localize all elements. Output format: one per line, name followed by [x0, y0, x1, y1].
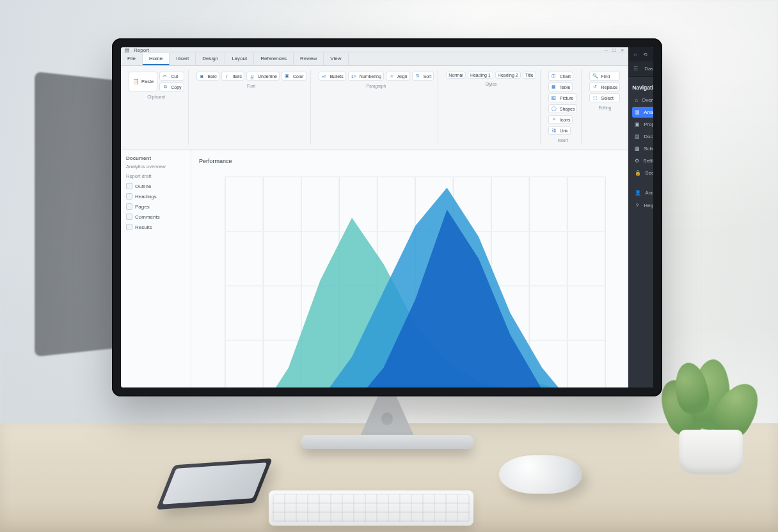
color-icon: ▣	[284, 73, 290, 79]
sidebar-item-help[interactable]: ？Help	[632, 199, 653, 212]
sidebar-item-analytics[interactable]: ▥Analytics3	[632, 107, 653, 118]
nav-dashboard[interactable]: Dashboard	[644, 66, 653, 72]
sidebar-item-account[interactable]: 👤Account	[632, 187, 653, 198]
numbering-label: Numbering	[360, 74, 381, 79]
sidebar-item-settings[interactable]: ⚙Settings1	[632, 155, 653, 166]
underline-icon: U	[249, 73, 255, 79]
document-side-panel: Document Analytics overview Report draft…	[121, 150, 191, 387]
numbering-button[interactable]: 1≡Numbering	[348, 72, 384, 81]
menu-icon[interactable]: ☰	[633, 66, 638, 72]
side-field-2[interactable]: Pages	[126, 203, 186, 210]
bold-button[interactable]: BBold	[196, 72, 219, 81]
sort-button[interactable]: ⇅Sort	[412, 72, 434, 81]
sidebar-item-security[interactable]: 🔒Security	[632, 168, 653, 178]
monitor-base	[301, 435, 473, 449]
square-icon	[126, 183, 132, 189]
underline-label: Underline	[258, 74, 277, 79]
tab-view[interactable]: View	[324, 53, 348, 65]
sidebar-label-documents: Documents	[644, 134, 653, 139]
italic-label: Italic	[233, 74, 242, 79]
group-label-styles: Styles	[446, 82, 536, 86]
color-label: Color	[293, 74, 304, 79]
sidebar-item-documents[interactable]: ▤Documents	[632, 131, 653, 142]
icons-icon: ✧	[551, 116, 557, 123]
insert-link-label: Link	[560, 129, 568, 133]
tab-insert[interactable]: Insert	[170, 53, 196, 65]
ribbon-group-insert: ◫Chart ▦Table 🖼Picture ◯Shapes ✧Icons ⛓L…	[544, 70, 582, 145]
style-title[interactable]: Title	[523, 72, 536, 79]
sidebar-label-projects: Projects	[644, 121, 653, 127]
side-field-3-label: Comments	[135, 214, 160, 220]
tab-layout[interactable]: Layout	[225, 53, 254, 65]
sidebar-item-schedule[interactable]: ▦Schedule	[632, 143, 653, 154]
style-normal[interactable]: Normal	[446, 72, 466, 79]
tab-home[interactable]: Home	[143, 53, 170, 65]
chart-container: Performance Period	[191, 150, 628, 387]
sidebar-label-account: Account	[645, 190, 653, 196]
insert-icons[interactable]: ✧Icons	[548, 115, 573, 124]
replace-button[interactable]: ↺Replace	[589, 82, 620, 91]
sidebar-item-projects[interactable]: ▣Projects	[632, 119, 653, 130]
apple-logo	[381, 412, 393, 425]
insert-shapes[interactable]: ◯Shapes	[548, 104, 578, 113]
bullets-label: Bullets	[330, 74, 344, 79]
insert-chart[interactable]: ◫Chart	[548, 72, 573, 81]
style-h1[interactable]: Heading 1	[468, 72, 493, 79]
italic-button[interactable]: IItalic	[221, 72, 244, 81]
square-icon	[126, 203, 132, 210]
align-button[interactable]: ≡Align	[386, 72, 410, 81]
window-title: Report	[134, 47, 149, 53]
cut-button[interactable]: ✂Cut	[159, 72, 184, 81]
bullets-button[interactable]: •≡Bullets	[319, 72, 346, 81]
side-field-0[interactable]: Outline	[126, 183, 186, 189]
table-icon: ▦	[551, 84, 557, 90]
insert-shapes-label: Shapes	[560, 107, 575, 111]
italic-icon: I	[224, 73, 230, 79]
lock-icon: 🔒	[635, 170, 641, 176]
sidebar-label-schedule: Schedule	[644, 146, 653, 152]
side-field-1[interactable]: Headings	[126, 193, 186, 199]
fontcolor-button[interactable]: ▣Color	[282, 72, 306, 81]
tab-design[interactable]: Design	[196, 53, 225, 65]
home-icon: ⌂	[635, 97, 638, 103]
minimize-button[interactable]: –	[605, 47, 607, 53]
insert-table[interactable]: ▦Table	[548, 82, 573, 91]
chart-icon: ▥	[635, 109, 640, 115]
sidebar-item-overview[interactable]: ⌂Overview	[632, 95, 653, 106]
maximize-button[interactable]: □	[613, 47, 616, 53]
select-button[interactable]: ⬚Select	[589, 93, 620, 102]
align-icon: ≡	[388, 73, 395, 79]
picture-icon: 🖼	[551, 95, 557, 101]
desk-plant	[656, 347, 765, 474]
link-icon: ⛓	[551, 127, 557, 134]
refresh-icon[interactable]: ⟲	[643, 52, 647, 58]
shapes-icon: ◯	[551, 106, 557, 112]
tab-review[interactable]: Review	[294, 53, 324, 65]
mouse	[499, 455, 582, 494]
copy-icon: ⧉	[162, 84, 168, 90]
paste-button[interactable]: 📋Paste	[129, 72, 157, 91]
ribbon: 📋Paste ✂Cut ⧉Copy Clipboard BBold IItali…	[121, 66, 628, 150]
style-h2[interactable]: Heading 2	[495, 72, 521, 79]
tab-file[interactable]: File	[121, 53, 143, 65]
insert-picture[interactable]: 🖼Picture	[548, 93, 576, 102]
insert-chart-label: Chart	[560, 74, 571, 79]
find-button[interactable]: 🔍Find	[589, 72, 620, 81]
select-icon: ⬚	[592, 95, 598, 101]
side-field-4[interactable]: Results	[126, 224, 186, 230]
app-icon: ▤	[125, 47, 130, 53]
doc-icon: ▤	[635, 134, 640, 139]
home-icon[interactable]: ⌂	[633, 52, 637, 58]
insert-link[interactable]: ⛓Link	[548, 126, 571, 135]
underline-button[interactable]: UUnderline	[246, 72, 280, 81]
square-icon	[126, 214, 132, 220]
copy-button[interactable]: ⧉Copy	[159, 82, 184, 91]
close-button[interactable]: ×	[621, 47, 624, 53]
ribbon-group-editing: 🔍Find ↺Replace ⬚Select Editing	[585, 70, 624, 145]
side-field-3[interactable]: Comments	[126, 214, 186, 220]
keyboard	[269, 490, 473, 526]
sidebar-label-help: Help	[644, 203, 653, 208]
tab-references[interactable]: References	[254, 53, 294, 65]
copy-label: Copy	[171, 85, 181, 90]
bullets-icon: •≡	[321, 73, 328, 79]
